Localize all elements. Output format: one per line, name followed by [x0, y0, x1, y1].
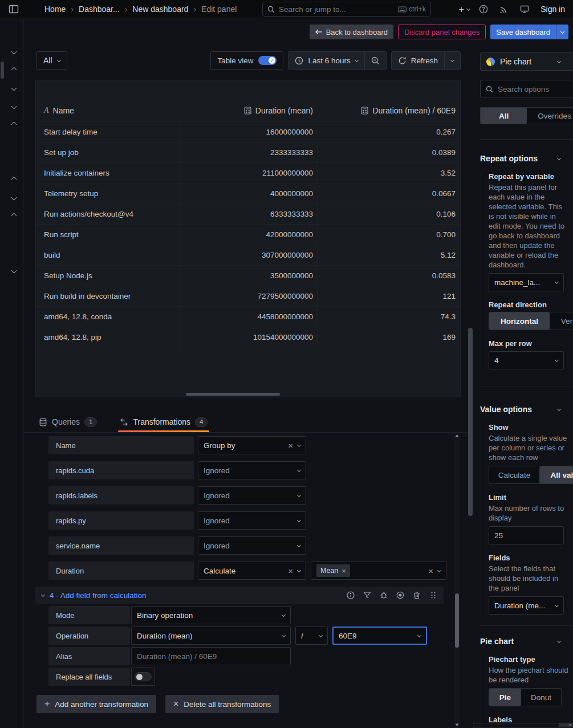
scroll-right-arrow[interactable]: [569, 723, 572, 726]
limit-input[interactable]: 25: [489, 526, 564, 544]
max-per-row-select[interactable]: 4: [489, 351, 564, 369]
chevron-up-icon[interactable]: [11, 122, 17, 128]
tab-transformations[interactable]: Transformations 4: [118, 412, 209, 432]
pie-chart-header[interactable]: Pie chart: [480, 637, 573, 646]
alias-input[interactable]: Duration (mean) / 60E9: [131, 647, 291, 665]
table-row: Run script420000000000.700: [36, 224, 460, 245]
options-tabs: All Overrides: [480, 107, 573, 124]
show-calculate[interactable]: Calculate: [489, 466, 539, 483]
trash-icon[interactable]: [413, 591, 421, 599]
chevron-up-icon[interactable]: [11, 213, 17, 219]
transformation-title[interactable]: 4 - Add field from calculation: [50, 591, 147, 600]
collapse-chevron-icon[interactable]: [41, 592, 45, 596]
horizontal-scrollbar[interactable]: [186, 393, 280, 396]
selected-option-chip[interactable]: Mean×: [316, 564, 350, 577]
transform-field-select[interactable]: Ignored: [198, 486, 306, 505]
scrollbar-thumb[interactable]: [473, 723, 559, 727]
eye-icon[interactable]: [396, 591, 404, 599]
variable-all-dropdown[interactable]: All: [36, 51, 67, 70]
scroll-down-arrow[interactable]: [455, 723, 459, 727]
table-cell: 169: [318, 327, 460, 347]
clear-icon[interactable]: ×: [288, 567, 293, 575]
show-all-values[interactable]: All values: [539, 466, 573, 483]
info-icon[interactable]: [347, 591, 355, 599]
save-dashboard-button[interactable]: Save dashboard: [490, 25, 556, 39]
transform-field-select[interactable]: Ignored: [198, 536, 306, 555]
page-scrollbar-thumb[interactable]: [468, 328, 473, 516]
chevron-up-icon[interactable]: [11, 177, 17, 182]
monitor-icon[interactable]: [520, 5, 529, 14]
save-dashboard-caret[interactable]: [556, 25, 568, 39]
search-input[interactable]: Search or jump to... ctrl+k: [262, 2, 431, 17]
chevron-down-icon: [555, 357, 559, 361]
fields-select[interactable]: Duration (me...: [489, 596, 564, 615]
operation-left-select[interactable]: Duration (mean): [131, 627, 291, 645]
repeat-by-variable-description: Repeat this panel for each value in the …: [489, 182, 570, 270]
time-range-picker[interactable]: Last 6 hours: [288, 52, 364, 69]
operand-select[interactable]: 60E9: [332, 627, 427, 645]
news-rss-icon[interactable]: [499, 5, 509, 14]
zoom-out-time-button[interactable]: [364, 52, 386, 69]
breadcrumb-dashboards[interactable]: Dashboar...: [79, 5, 120, 14]
scrollbar-thumb[interactable]: [455, 593, 459, 648]
sidebar-toggle-icon[interactable]: [9, 4, 19, 14]
repeat-options-header[interactable]: Repeat options: [480, 154, 573, 163]
calculations-multiselect[interactable]: Mean××: [311, 562, 446, 580]
clear-icon[interactable]: ×: [428, 567, 433, 575]
scroll-up-arrow[interactable]: [455, 434, 459, 438]
visualization-picker[interactable]: Pie chart: [480, 52, 573, 71]
chevron-up-icon[interactable]: [11, 67, 17, 73]
sidebar-horizontal-scrollbar[interactable]: [473, 723, 573, 727]
mode-select[interactable]: Binary operation: [131, 606, 291, 624]
chevron-down-icon[interactable]: [11, 104, 17, 109]
filter-icon[interactable]: [363, 591, 371, 599]
operator-select[interactable]: /: [295, 627, 328, 645]
breadcrumb-new-dashboard[interactable]: New dashboard: [132, 5, 188, 14]
add-another-transformation-button[interactable]: + Add another transformation: [36, 695, 156, 713]
drag-handle-icon[interactable]: [429, 591, 437, 599]
page-scrollbar[interactable]: [468, 46, 473, 728]
delete-all-transformations-button[interactable]: × Delete all transformations: [165, 695, 279, 713]
chevron-down-icon[interactable]: [11, 49, 17, 55]
tab-overrides[interactable]: Overrides: [527, 108, 573, 124]
value-options-header[interactable]: Value options: [480, 405, 573, 414]
back-to-dashboard-button[interactable]: Back to dashboard: [310, 25, 393, 39]
clear-icon[interactable]: ×: [288, 441, 293, 450]
tab-queries[interactable]: Queries 1: [37, 412, 99, 432]
operation-row: Operation Duration (mean) / 60E9: [48, 627, 468, 645]
chevron-down-icon[interactable]: [11, 195, 17, 201]
column-header-name[interactable]: A Name: [36, 106, 180, 115]
help-icon[interactable]: [479, 5, 488, 14]
transform-field-select[interactable]: Group by×: [198, 436, 306, 454]
bug-icon[interactable]: [380, 591, 388, 599]
transform-field-select[interactable]: Calculate×: [198, 562, 306, 580]
top-nav: Home › Dashboar... › New dashboard › Edi…: [0, 0, 573, 18]
direction-horizontal[interactable]: Horizontal: [489, 312, 550, 330]
transform-vertical-scrollbar[interactable]: [454, 433, 460, 728]
transform-field-select[interactable]: Ignored: [198, 461, 306, 479]
transformations-editor: NameGroup by×rapids.cudaIgnoredrapids.la…: [24, 433, 468, 728]
chevron-down-icon[interactable]: [11, 86, 17, 91]
replace-all-fields-toggle[interactable]: [135, 672, 152, 681]
column-header-duration-divided[interactable]: Duration (mean) / 60E9: [318, 106, 460, 115]
search-options-input[interactable]: Search options: [480, 80, 573, 98]
table-view-toggle[interactable]: ✓: [258, 56, 277, 65]
tab-all[interactable]: All: [481, 108, 527, 124]
direction-vertical[interactable]: Vertical: [550, 312, 573, 330]
table-cell: 0.267: [318, 122, 460, 142]
add-new-button[interactable]: +: [458, 5, 470, 14]
transform-field-select[interactable]: Ignored: [198, 511, 306, 530]
sign-in-link[interactable]: Sign in: [541, 5, 565, 14]
remove-chip-icon[interactable]: ×: [342, 567, 346, 575]
discard-panel-changes-button[interactable]: Discard panel changes: [398, 25, 486, 39]
repeat-variable-select[interactable]: machine_la...: [489, 273, 564, 291]
chevron-down-icon[interactable]: [11, 268, 17, 274]
type-pie[interactable]: Pie: [489, 689, 521, 706]
column-header-duration-mean[interactable]: Duration (mean): [180, 106, 318, 115]
refresh-button[interactable]: Refresh: [392, 52, 444, 69]
refresh-interval-caret[interactable]: [444, 52, 460, 69]
table-cell: 4458000000000: [180, 307, 318, 327]
calculator-icon: [361, 107, 368, 115]
breadcrumb-home[interactable]: Home: [44, 5, 66, 14]
type-donut[interactable]: Donut: [521, 689, 561, 706]
